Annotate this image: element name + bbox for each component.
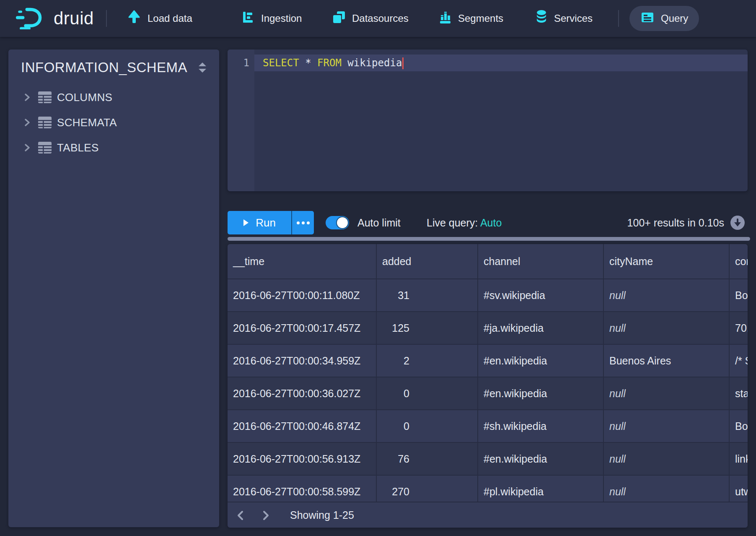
sql-keyword: FROM [317, 57, 342, 69]
run-more-options-button[interactable] [291, 211, 314, 234]
services-icon [535, 10, 548, 27]
cell-added[interactable]: 125 [376, 312, 478, 344]
sql-star: * [305, 57, 311, 69]
text-cursor [402, 57, 404, 69]
nav-item-query[interactable]: Query [629, 6, 699, 31]
cell-time[interactable]: 2016-06-27T00:00:36.027Z [228, 377, 376, 410]
horizontal-scrollbar[interactable] [228, 237, 750, 241]
table-row: 2016-06-27T00:00:11.080Z 31 #sv.wikipedi… [228, 279, 748, 312]
cell-comment[interactable]: 70. [729, 312, 748, 344]
nav-item-ingestion[interactable]: Ingestion [241, 0, 302, 37]
auto-limit-toggle[interactable] [326, 216, 349, 229]
cell-time[interactable]: 2016-06-27T00:00:34.959Z [228, 344, 376, 377]
cell-cityname[interactable]: null [603, 410, 729, 442]
cell-time[interactable]: 2016-06-27T00:00:11.080Z [228, 279, 376, 312]
table-row: 2016-06-27T00:00:36.027Z 0 #en.wikipedia… [228, 377, 748, 410]
chevron-right-icon[interactable] [18, 143, 35, 152]
nav-item-segments[interactable]: Segments [438, 0, 503, 37]
sql-editor[interactable]: 1 SELECT * FROM wikipedia [228, 49, 748, 191]
cell-comment[interactable]: sta [729, 377, 748, 410]
auto-limit-label: Auto limit [357, 211, 401, 234]
column-header-added[interactable]: added [376, 244, 478, 279]
tree-item-schemata[interactable]: SCHEMATA [18, 111, 203, 134]
tree-item-columns[interactable]: COLUMNS [18, 86, 203, 109]
cell-channel[interactable]: #en.wikipedia [478, 442, 603, 475]
cell-comment[interactable]: Bot [729, 279, 748, 312]
run-button-label: Run [256, 216, 276, 229]
sql-table-name: wikipedia [347, 57, 402, 69]
nav-item-label: Segments [458, 13, 503, 24]
sql-keyword: SELECT [263, 57, 299, 69]
cell-channel[interactable]: #sh.wikipedia [478, 410, 603, 442]
run-button-group: Run [228, 211, 314, 234]
nav-item-label: Query [661, 13, 688, 24]
nav-item-label: Services [554, 13, 593, 24]
play-icon [243, 216, 249, 229]
table-row: 2016-06-27T00:00:56.913Z 76 #en.wikipedi… [228, 442, 748, 475]
nav-item-datasources[interactable]: Datasources [332, 0, 409, 37]
table-icon [35, 91, 57, 104]
cell-comment[interactable]: /* S [729, 344, 748, 377]
live-query-value[interactable]: Auto [480, 217, 502, 229]
cell-channel[interactable]: #en.wikipedia [478, 377, 603, 410]
brand-name: druid [54, 8, 94, 29]
datasources-icon [332, 10, 346, 26]
table-row: 2016-06-27T00:00:34.959Z 2 #en.wikipedia… [228, 344, 748, 377]
cell-cityname[interactable]: null [603, 279, 729, 312]
cell-time[interactable]: 2016-06-27T00:00:56.913Z [228, 442, 376, 475]
table-row: 2016-06-27T00:00:17.457Z 125 #ja.wikiped… [228, 312, 748, 344]
download-results-button[interactable] [730, 215, 745, 230]
next-page-button[interactable] [259, 509, 272, 522]
chevron-right-icon[interactable] [18, 118, 35, 127]
nav-item-load-data[interactable]: Load data [127, 0, 192, 37]
cell-added[interactable]: 31 [376, 279, 478, 312]
column-header-channel[interactable]: channel [478, 244, 603, 279]
cell-added[interactable]: 76 [376, 442, 478, 475]
cell-cityname[interactable]: null [603, 312, 729, 344]
druid-logo[interactable]: druid [15, 0, 94, 37]
nav-item-label: Load data [148, 13, 192, 24]
more-options-icon [297, 221, 310, 224]
navbar-divider [106, 10, 107, 27]
cell-channel[interactable]: #en.wikipedia [478, 344, 603, 377]
cell-added[interactable]: 0 [376, 410, 478, 442]
cell-channel[interactable]: #ja.wikipedia [478, 312, 603, 344]
pagination-status: Showing 1-25 [290, 502, 354, 528]
segments-icon [438, 10, 452, 26]
ingestion-icon [241, 10, 255, 26]
cell-comment[interactable]: link [729, 442, 748, 475]
cell-comment[interactable]: Bot [729, 410, 748, 442]
cell-cityname[interactable]: null [603, 377, 729, 410]
column-header-time[interactable]: __time [228, 244, 376, 279]
tree-item-tables[interactable]: TABLES [18, 136, 203, 159]
table-icon [35, 141, 57, 154]
tree-item-label: SCHEMATA [57, 116, 117, 129]
cell-added[interactable]: 0 [376, 377, 478, 410]
column-header-comment[interactable]: comment [729, 244, 748, 279]
table-icon [35, 116, 57, 129]
sql-query-text: SELECT * FROM wikipedia [263, 55, 404, 71]
query-icon [640, 10, 655, 27]
tree-item-label: COLUMNS [57, 91, 112, 104]
nav-item-services[interactable]: Services [535, 0, 593, 37]
nav-item-label: Datasources [352, 13, 409, 24]
nav-item-label: Ingestion [261, 13, 302, 24]
upload-icon [127, 10, 141, 27]
cell-channel[interactable]: #sv.wikipedia [478, 279, 603, 312]
druid-logo-icon [15, 6, 47, 31]
line-number: 1 [228, 55, 249, 71]
column-header-cityname[interactable]: cityName [603, 244, 729, 279]
table-header-row: __time added channel cityName comment [228, 244, 748, 279]
cell-added[interactable]: 2 [376, 344, 478, 377]
previous-page-button[interactable] [234, 509, 247, 522]
results-table: __time added channel cityName comment 20… [228, 244, 748, 508]
cell-time[interactable]: 2016-06-27T00:00:46.874Z [228, 410, 376, 442]
cell-cityname[interactable]: null [603, 442, 729, 475]
cell-time[interactable]: 2016-06-27T00:00:17.457Z [228, 312, 376, 344]
chevron-right-icon[interactable] [18, 93, 35, 101]
cell-cityname[interactable]: Buenos Aires [603, 344, 729, 377]
live-query-control: Live query: Auto [427, 211, 502, 234]
table-row: 2016-06-27T00:00:46.874Z 0 #sh.wikipedia… [228, 410, 748, 442]
run-button[interactable]: Run [228, 211, 291, 234]
sort-toggle-icon[interactable] [196, 61, 209, 74]
